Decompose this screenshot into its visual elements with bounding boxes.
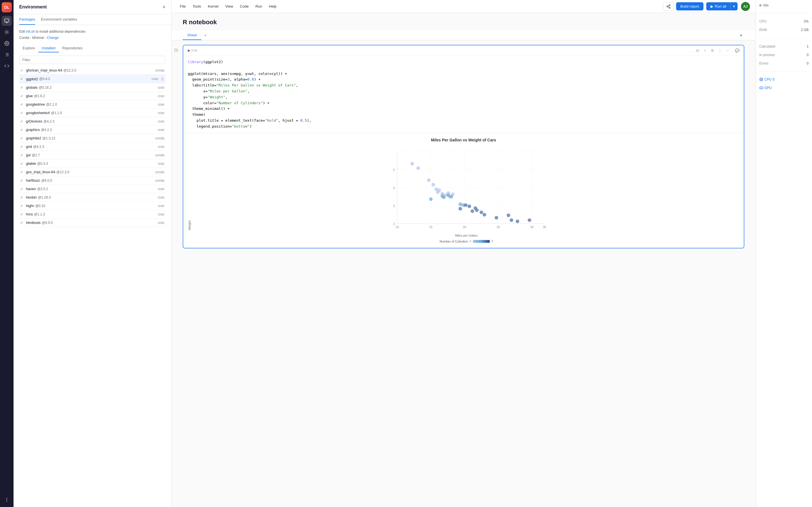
pkg-source: conda [155,68,164,72]
list-item: ✓ grDevices @4.2.3 cran [19,117,165,126]
svg-point-1 [6,32,8,33]
svg-line-16 [668,5,669,6]
svg-text:3: 3 [393,204,395,207]
cpu-label: CPU [759,19,766,23]
tab-env-vars[interactable]: Environment variables [41,14,77,25]
run-all-button[interactable]: ▶ Run all [706,2,730,10]
sidebar-notifications-icon[interactable] [2,27,12,37]
pkg-version: @0.5.5 [42,221,53,225]
pkg-name: harfbuzz [26,178,40,182]
list-item: ✓ hms @1.1.3 cran [19,210,165,219]
dl-logo[interactable]: DL [2,2,12,12]
pkg-name: gxx_impl_linux-64 [26,170,55,174]
svg-point-11 [6,501,7,502]
menu-file[interactable]: File [177,3,189,10]
menu-tools[interactable]: Tools [190,3,204,10]
run-all-dropdown-button[interactable]: ▾ [730,2,738,10]
cell-number: [5] [174,48,178,52]
list-item: ✓ globals @0.16.2 cran [19,83,165,92]
check-icon: ✓ [20,77,24,81]
svg-point-64 [495,216,498,219]
avatar[interactable]: AJ [741,2,750,11]
play-icon: ▶ [711,4,713,8]
sheet-tab[interactable]: Sheet [183,31,201,40]
main-content: File Tools Kernel View Code Run Help Bui… [171,0,756,507]
ai-button[interactable]: AI [695,48,701,54]
cpu-value: 2% [804,19,809,23]
sidebar-code-icon[interactable] [2,61,12,71]
share-button[interactable] [663,2,674,11]
collapse-button[interactable]: ▾ [738,31,744,40]
nav-repositories[interactable]: Repositories [59,44,86,52]
code-cell: ▶ 0.0s AI ＋ ⚙ ⋮ ⋯ 💬 library(ggplot2) [183,45,744,248]
menu-code[interactable]: Code [237,3,252,10]
svg-text:5: 5 [393,168,395,171]
check-icon: ✓ [20,195,24,200]
add-sheet-button[interactable]: ＋ [201,31,209,40]
menu-kernel[interactable]: Kernel [205,3,221,10]
more-options-button[interactable]: ⋯ [724,48,731,54]
divider-2 [759,38,809,38]
cell-run-button[interactable]: ▶ 0.0s [186,48,199,53]
svg-point-38 [416,166,420,170]
build-report-button[interactable]: Build report [676,2,703,10]
list-item: ✓ ggplot2 @3.4.2 cran 🗑 [19,75,165,83]
notebook-title: R notebook [183,18,217,26]
pkg-name: hms [26,212,33,216]
menu-view[interactable]: View [222,3,236,10]
cpu-section[interactable]: CPU S [759,77,809,81]
delete-package-button[interactable]: 🗑 [160,76,164,81]
pkg-version: @2.1.0 [46,103,57,107]
pkg-name: htmltools [26,221,41,225]
check-icon: ✓ [20,119,24,123]
svg-text:2: 2 [393,222,395,225]
menu-help[interactable]: Help [266,3,280,10]
close-button[interactable]: × [162,4,165,10]
menu-run[interactable]: Run [253,3,265,10]
pkg-version: @1.3.13 [42,136,55,140]
pkg-name: globals [26,86,38,90]
filter-input[interactable] [19,56,165,64]
svg-point-62 [479,210,483,214]
pkg-source: cran [158,119,164,123]
check-icon: ✓ [20,162,24,166]
list-item: ✓ googledrive @2.1.0 cran [19,100,165,109]
ram-value: 2 GB [801,28,809,32]
pkg-name: ggplot2 [26,77,38,81]
pkg-name: hexbin [26,195,37,200]
pkg-source: conda [155,136,164,140]
nav-installed[interactable]: Installed [38,44,59,52]
tab-packages[interactable]: Packages [19,14,35,25]
list-item: ✓ htmltools @0.5.5 cran [19,219,165,227]
change-link[interactable]: Change [47,36,59,40]
pkg-name: grDevices [26,119,42,123]
add-cell-button[interactable]: ＋ [702,47,708,54]
svg-point-49 [429,197,433,201]
cell-settings-button[interactable]: ⚙ [709,48,716,54]
nav-explore[interactable]: Explore [19,44,38,52]
init-sh-link[interactable]: init.sh [26,30,35,34]
pkg-source: cran [158,195,164,200]
svg-point-10 [6,499,7,500]
cell-comment-button[interactable]: 💬 [733,48,741,54]
status-text: Idle [763,3,769,7]
sidebar-settings-icon[interactable] [2,38,12,48]
check-icon: ✓ [20,136,24,140]
notebook-header: R notebook [171,18,756,31]
delete-cell-button[interactable]: ⋮ [717,48,723,54]
environment-panel: Environment × Packages Environment varia… [13,0,171,507]
svg-point-39 [427,178,430,182]
in-process-value: 0 [807,53,809,57]
sidebar-packages-icon[interactable] [2,16,12,26]
y-axis-label: Weight [188,221,191,230]
gpu-section[interactable]: GPU [759,86,809,90]
menu-bar: File Tools Kernel View Code Run Help Bui… [171,0,756,13]
sidebar-more-icon[interactable] [2,495,12,505]
gpu-section-label: GPU [764,86,772,90]
list-item: ✓ harfbuzz @6.0.0 conda [19,176,165,185]
pkg-version: @12.2.0 [56,170,69,174]
pkg-name: gsl [26,153,31,157]
sidebar-list-icon[interactable] [2,50,12,60]
errors-row: Errors 0 [759,61,809,65]
svg-line-15 [668,7,669,8]
